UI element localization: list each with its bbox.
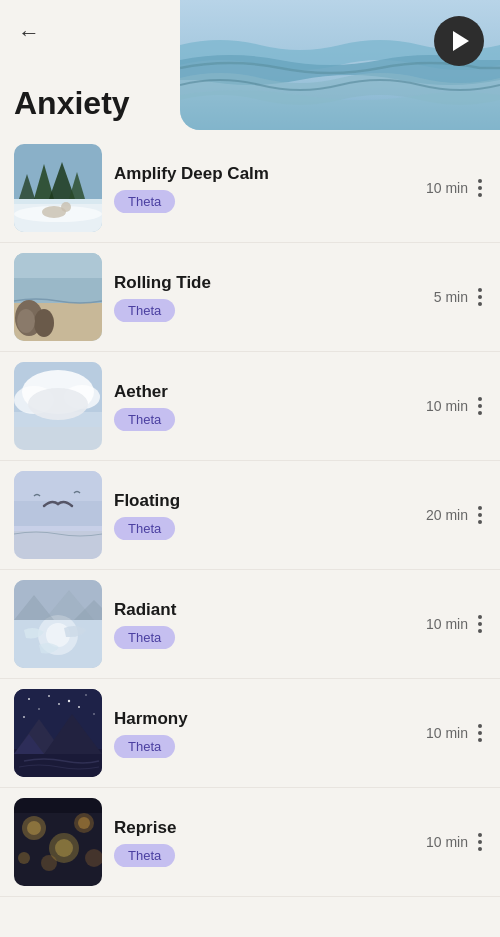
track-item[interactable]: Aether Theta 10 min xyxy=(0,352,500,461)
svg-rect-27 xyxy=(14,471,102,501)
dot xyxy=(478,731,482,735)
svg-point-43 xyxy=(38,708,40,710)
track-meta: 20 min xyxy=(426,502,486,528)
track-info: Harmony Theta xyxy=(114,709,414,758)
track-name: Rolling Tide xyxy=(114,273,422,293)
svg-point-15 xyxy=(34,309,54,337)
track-meta: 10 min xyxy=(426,720,486,746)
track-name: Aether xyxy=(114,382,414,402)
theta-badge: Theta xyxy=(114,735,175,758)
track-thumbnail xyxy=(14,144,102,232)
track-duration: 10 min xyxy=(426,616,468,632)
dot xyxy=(478,295,482,299)
svg-point-42 xyxy=(85,694,87,696)
dot xyxy=(478,724,482,728)
track-thumbnail xyxy=(14,471,102,559)
dot xyxy=(478,847,482,851)
more-options-button[interactable] xyxy=(474,611,486,637)
track-item[interactable]: Floating Theta 20 min xyxy=(0,461,500,570)
track-thumbnail xyxy=(14,580,102,668)
back-button[interactable]: ← xyxy=(12,14,46,52)
track-duration: 10 min xyxy=(426,398,468,414)
track-thumbnail xyxy=(14,689,102,777)
track-info: Reprise Theta xyxy=(114,818,414,867)
dot xyxy=(478,629,482,633)
svg-point-16 xyxy=(17,309,35,333)
track-meta: 10 min xyxy=(426,175,486,201)
dot xyxy=(478,186,482,190)
track-meta: 5 min xyxy=(434,284,486,310)
play-icon xyxy=(453,31,469,51)
svg-rect-62 xyxy=(14,798,102,813)
theta-badge: Theta xyxy=(114,408,175,431)
dot xyxy=(478,288,482,292)
svg-point-47 xyxy=(58,703,60,705)
track-thumbnail xyxy=(14,798,102,886)
track-info: Radiant Theta xyxy=(114,600,414,649)
track-item[interactable]: Reprise Theta 10 min xyxy=(0,788,500,897)
dot xyxy=(478,397,482,401)
track-duration: 10 min xyxy=(426,725,468,741)
dot xyxy=(478,622,482,626)
track-duration: 10 min xyxy=(426,834,468,850)
track-info: Rolling Tide Theta xyxy=(114,273,422,322)
svg-rect-17 xyxy=(14,253,102,278)
dot xyxy=(478,615,482,619)
track-meta: 10 min xyxy=(426,829,486,855)
theta-badge: Theta xyxy=(114,299,175,322)
more-options-button[interactable] xyxy=(474,720,486,746)
theta-badge: Theta xyxy=(114,517,175,540)
track-item[interactable]: Radiant Theta 10 min xyxy=(0,570,500,679)
track-duration: 5 min xyxy=(434,289,468,305)
track-name: Floating xyxy=(114,491,414,511)
track-thumbnail xyxy=(14,362,102,450)
dot xyxy=(478,833,482,837)
svg-point-10 xyxy=(61,202,71,212)
more-options-button[interactable] xyxy=(474,393,486,419)
track-info: Aether Theta xyxy=(114,382,414,431)
track-info: Amplify Deep Calm Theta xyxy=(114,164,414,213)
svg-point-45 xyxy=(93,713,95,715)
theta-badge: Theta xyxy=(114,190,175,213)
svg-point-56 xyxy=(55,839,73,857)
svg-point-40 xyxy=(48,695,50,697)
more-options-button[interactable] xyxy=(474,175,486,201)
track-thumbnail xyxy=(14,253,102,341)
track-list: Amplify Deep Calm Theta 10 min xyxy=(0,134,500,897)
track-item[interactable]: Amplify Deep Calm Theta 10 min xyxy=(0,134,500,243)
track-name: Amplify Deep Calm xyxy=(114,164,414,184)
more-options-button[interactable] xyxy=(474,502,486,528)
dot xyxy=(478,302,482,306)
track-duration: 20 min xyxy=(426,507,468,523)
dot xyxy=(478,179,482,183)
dot xyxy=(478,738,482,742)
svg-point-41 xyxy=(68,700,70,702)
track-name: Radiant xyxy=(114,600,414,620)
track-meta: 10 min xyxy=(426,393,486,419)
dot xyxy=(478,513,482,517)
dot xyxy=(478,404,482,408)
dot xyxy=(478,193,482,197)
track-item[interactable]: Harmony Theta 10 min xyxy=(0,679,500,788)
track-name: Reprise xyxy=(114,818,414,838)
svg-point-60 xyxy=(18,852,30,864)
svg-point-54 xyxy=(27,821,41,835)
page-title: Anxiety xyxy=(14,85,130,122)
theta-badge: Theta xyxy=(114,626,175,649)
svg-point-39 xyxy=(28,698,30,700)
track-duration: 10 min xyxy=(426,180,468,196)
svg-point-44 xyxy=(78,706,80,708)
page-header: ← xyxy=(0,0,500,130)
dot xyxy=(478,506,482,510)
track-name: Harmony xyxy=(114,709,414,729)
more-options-button[interactable] xyxy=(474,284,486,310)
dot xyxy=(478,840,482,844)
track-item[interactable]: Rolling Tide Theta 5 min xyxy=(0,243,500,352)
track-info: Floating Theta xyxy=(114,491,414,540)
track-meta: 10 min xyxy=(426,611,486,637)
play-button[interactable] xyxy=(434,16,484,66)
more-options-button[interactable] xyxy=(474,829,486,855)
svg-point-59 xyxy=(41,855,57,871)
svg-rect-24 xyxy=(14,427,102,450)
dot xyxy=(478,520,482,524)
